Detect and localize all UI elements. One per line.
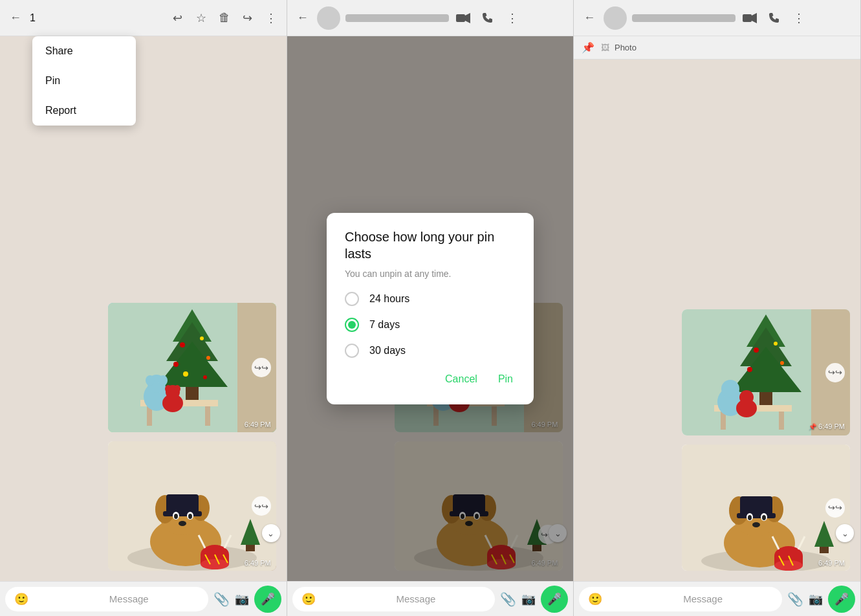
context-menu-report[interactable]: Report — [32, 96, 136, 126]
message-input-placeholder[interactable]: Message — [109, 593, 199, 604]
panel3-topbar-icons: ⋮ — [741, 9, 808, 27]
dialog-subtitle: You can unpin at any time. — [345, 269, 516, 279]
panel3-mic-button[interactable]: 🎤 — [828, 586, 855, 613]
panel3-video-button[interactable] — [741, 9, 759, 27]
panel2-emoji-button[interactable]: 🙂 — [301, 592, 391, 606]
panel3-message-placeholder[interactable]: Message — [683, 593, 773, 604]
pin-dialog-overlay: Choose how long your pin lasts You can u… — [287, 36, 574, 581]
svg-rect-119 — [740, 496, 772, 516]
reply-button[interactable]: ↩ — [169, 9, 187, 27]
dialog-actions: Cancel Pin — [345, 369, 516, 389]
svg-rect-46 — [456, 14, 465, 22]
radio-circle-30days — [345, 344, 359, 358]
message-bubble-1[interactable]: 6:49 PM ↪↪ — [108, 303, 276, 432]
scroll-down-icon: ⌄ — [267, 529, 274, 538]
panel3-avatar — [604, 6, 627, 30]
panel3-forward-icon-2: ↪↪ — [828, 503, 842, 512]
more-button[interactable]: ⋮ — [262, 9, 280, 27]
camera-button[interactable]: 📷 — [235, 592, 249, 606]
panel2-message-placeholder[interactable]: Message — [397, 593, 486, 604]
svg-rect-37 — [246, 545, 255, 551]
panel2-phone-button[interactable] — [479, 9, 497, 27]
panel3-more-button[interactable]: ⋮ — [790, 9, 808, 27]
radio-option-30days[interactable]: 30 days — [345, 344, 516, 358]
panel2-more-button[interactable]: ⋮ — [503, 9, 521, 27]
star-button[interactable]: ☆ — [192, 9, 210, 27]
panel3-message-input-wrapper: 🙂 Message — [579, 587, 782, 611]
panel3-attach-button[interactable]: 📎 — [787, 591, 803, 607]
message-image-christmas — [108, 303, 276, 432]
pin-indicator-bar[interactable]: 📌 🖼 Photo — [574, 36, 860, 60]
panel2-back-button[interactable]: ← — [294, 9, 312, 27]
message-image-dog — [108, 441, 276, 571]
panel3-messages: 📌 6:49 PM ↪↪ — [574, 60, 860, 578]
panel3-back-icon: ← — [583, 11, 595, 25]
panel2-video-button[interactable] — [454, 9, 472, 27]
scroll-down-button[interactable]: ⌄ — [262, 524, 280, 542]
svg-point-112 — [739, 390, 754, 404]
svg-rect-29 — [166, 494, 199, 514]
panel3-forward-icon-1: ↪↪ — [828, 368, 842, 377]
radio-option-24h[interactable]: 24 hours — [345, 292, 516, 306]
svg-point-124 — [762, 515, 766, 520]
attach-button[interactable]: 📎 — [213, 591, 230, 607]
svg-point-17 — [146, 375, 155, 386]
pin-button[interactable]: Pin — [496, 369, 516, 389]
phone-call-icon — [482, 12, 494, 24]
context-menu-share[interactable]: Share — [32, 36, 136, 66]
forward-message-button-2[interactable]: ↪↪ — [252, 496, 271, 516]
svg-point-18 — [158, 375, 168, 386]
panel1-bottom-bar: 🙂 Message 📎 📷 🎤 — [0, 581, 287, 616]
panel3-message-bubble-2[interactable]: 6:49 PM ↪↪ — [682, 445, 850, 571]
panel-1: ← 1 ↩ ☆ 🗑 ↪ ⋮ Share Pin Report — [0, 0, 287, 616]
pin-bar-photo-label: Photo — [615, 43, 637, 52]
cancel-button[interactable]: Cancel — [442, 369, 480, 389]
star-icon: ☆ — [196, 11, 206, 25]
context-menu-pin[interactable]: Pin — [32, 66, 136, 96]
panel2-more-icon: ⋮ — [507, 11, 518, 25]
table-row: 6:49 PM ↪↪ — [4, 439, 283, 573]
svg-rect-14 — [205, 406, 210, 426]
svg-point-102 — [754, 347, 759, 353]
panel3-scroll-down-icon: ⌄ — [842, 529, 849, 538]
svg-point-21 — [165, 385, 171, 393]
panel3-bottom-bar: 🙂 Message 📎 📷 🎤 — [574, 581, 860, 616]
svg-point-110 — [721, 380, 739, 398]
panel3-phone-button[interactable] — [765, 9, 783, 27]
table-row: 6:49 PM ↪↪ — [578, 442, 856, 573]
panel3-forward-btn-1[interactable]: ↪↪ — [825, 363, 845, 382]
radio-circle-7days — [345, 318, 359, 332]
panel3-scroll-down-button[interactable]: ⌄ — [836, 524, 854, 542]
back-button[interactable]: ← — [6, 9, 25, 27]
panel2-camera-button[interactable]: 📷 — [521, 592, 536, 606]
panel3-forward-btn-2[interactable]: ↪↪ — [825, 498, 845, 518]
emoji-button[interactable]: 🙂 — [14, 592, 104, 606]
radio-option-7days[interactable]: 7 days — [345, 318, 516, 332]
panel3-time-label-1: 6:49 PM — [818, 423, 845, 430]
radio-label-7days: 7 days — [369, 319, 400, 331]
panel3-back-button[interactable]: ← — [580, 9, 598, 27]
svg-marker-95 — [752, 13, 757, 23]
back-icon: ← — [10, 11, 21, 25]
panel2-chat-body: 6:49 PM — [287, 36, 574, 581]
panel2-mic-button[interactable]: 🎤 — [541, 586, 568, 613]
svg-point-22 — [174, 385, 180, 393]
forward-button[interactable]: ↪ — [239, 9, 257, 27]
panel3-message-time-2: 6:49 PM — [818, 559, 845, 567]
panel2-attach-button[interactable]: 📎 — [500, 591, 516, 607]
panel3-message-bubble-1[interactable]: 📌 6:49 PM ↪↪ — [682, 309, 850, 435]
mic-button[interactable]: 🎤 — [254, 586, 281, 613]
message-time-2: 6:49 PM — [245, 559, 271, 567]
panel2-topbar: ← ⋮ — [287, 0, 574, 36]
forward-message-button-1[interactable]: ↪↪ — [252, 358, 271, 377]
svg-rect-108 — [779, 412, 784, 430]
svg-point-34 — [188, 514, 192, 519]
panel3-camera-button[interactable]: 📷 — [809, 592, 823, 606]
table-row: 📌 6:49 PM ↪↪ — [578, 307, 856, 438]
message-bubble-2[interactable]: 6:49 PM ↪↪ — [108, 441, 276, 571]
trash-button[interactable]: 🗑 — [215, 9, 234, 27]
svg-point-105 — [780, 361, 784, 365]
panel1-topbar: ← 1 ↩ ☆ 🗑 ↪ ⋮ — [0, 0, 287, 36]
panel3-emoji-button[interactable]: 🙂 — [588, 592, 678, 606]
mic-icon: 🎤 — [261, 592, 275, 606]
